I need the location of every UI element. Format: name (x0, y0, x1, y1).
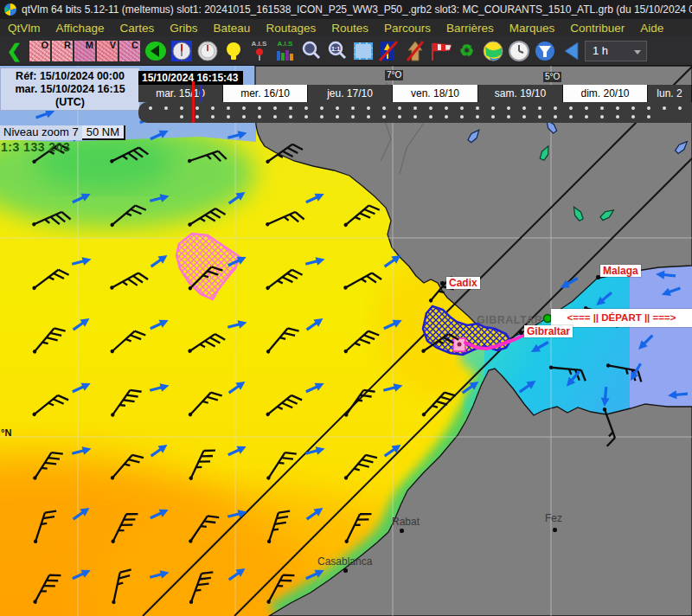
compass-gray-button[interactable] (195, 39, 219, 63)
time-step-dropdown[interactable]: 1 h (585, 41, 647, 61)
timeline-slider[interactable] (138, 102, 692, 123)
menu-cartes[interactable]: Cartes (112, 22, 163, 35)
chart-button-r[interactable]: R (52, 41, 73, 61)
grib-reload-button[interactable]: ♻ (455, 39, 478, 63)
slider-dot (211, 106, 215, 110)
menu-bar: QtVlmAffichageCartesGribsBateauRoutagesR… (0, 19, 692, 36)
menu-barrieres[interactable]: Barrières (439, 22, 502, 35)
night-mode-button[interactable] (221, 39, 245, 63)
menu-gribs[interactable]: Gribs (162, 22, 205, 35)
city-dot-gibraltar (519, 330, 523, 335)
slider-dot (491, 115, 495, 119)
slider-dot (398, 106, 401, 110)
map-canvas[interactable] (0, 66, 692, 616)
slider-dot (647, 115, 650, 119)
ref-date: Réf: 15/10/2024 00:00 (1, 70, 139, 83)
slider-dot (180, 115, 183, 119)
depart-banner[interactable]: <=== || DÉPART || ===> (551, 309, 692, 327)
slider-dot (227, 106, 230, 110)
menu-marques[interactable]: Marques (502, 22, 563, 35)
slider-dot (367, 106, 370, 110)
windsock-icon (429, 40, 453, 62)
slider-dot (647, 106, 650, 110)
menu-parcours[interactable]: Parcours (376, 22, 439, 35)
magnifier-icon (300, 40, 323, 62)
zoom-one-to-one-button[interactable]: 1:1 (325, 39, 349, 63)
slider-dot (476, 106, 479, 110)
chart-button-v[interactable]: V (97, 41, 118, 61)
latitude-label: °N (1, 427, 11, 438)
wind-display-button[interactable] (429, 39, 452, 63)
timeline-day-sam-19-10[interactable]: sam. 19/10 (478, 85, 563, 102)
current-date: mar. 15/10/2024 16:15 (1, 83, 139, 96)
zoom-button[interactable] (299, 39, 323, 63)
grib-display-button[interactable] (481, 39, 504, 63)
menu-affichage[interactable]: Affichage (48, 22, 112, 35)
chart-button-c[interactable]: C (119, 41, 140, 61)
chart-button-o[interactable]: O (29, 41, 50, 61)
longitude-label: 5°O (543, 72, 561, 82)
chart-letter: V (110, 40, 116, 50)
compass-blue-icon (170, 40, 193, 62)
ais-targets-button[interactable]: A.I.S (247, 39, 271, 63)
back-arrow-icon: ❮ (7, 41, 22, 61)
chart-letter: R (64, 40, 71, 50)
town-label-rabat: Rabat (392, 516, 420, 528)
toolbar: ❮ ORMVC A.I.S A.I.S 1:1 ♻ (0, 36, 692, 66)
slider-dot (382, 106, 386, 110)
timeline-day-jeu-17-10[interactable]: jeu. 17/10 (308, 85, 393, 102)
slider-dot (413, 115, 417, 119)
time-cursor[interactable] (192, 81, 195, 123)
timeline-timestamp: 15/10/2024 16:15:43 (138, 71, 243, 86)
timeline-day-mar-15-10[interactable]: mar. 15/10 (138, 85, 223, 102)
chart-button-m[interactable]: M (74, 41, 95, 61)
city-label-malaga[interactable]: Malaga (600, 265, 641, 277)
ais-list-button[interactable]: A.I.S (273, 39, 297, 63)
zoom-selection-button[interactable] (351, 39, 375, 63)
ais-label: A.I.S (252, 41, 267, 48)
slider-dot (211, 115, 215, 119)
animate-back-button[interactable] (559, 39, 582, 63)
grib-filter-button[interactable] (533, 39, 556, 63)
menu-qtvlm[interactable]: QtVlm (0, 22, 48, 35)
slider-dot (585, 106, 588, 110)
city-label-cadix[interactable]: Cadix (446, 277, 480, 289)
grib-boundary-area (630, 266, 692, 414)
timeline-day-mer-16-10[interactable]: mer. 16/10 (223, 85, 308, 102)
slider-dot (289, 106, 292, 110)
menu-aide[interactable]: Aide (632, 22, 671, 35)
town-dot-rabat (400, 529, 404, 533)
menu-contribuer[interactable]: Contribuer (562, 22, 632, 35)
menu-bateau[interactable]: Bateau (206, 22, 259, 35)
reference-time-box: Réf: 15/10/2024 00:00 mar. 15/10/2024 16… (0, 67, 140, 111)
slider-dot (242, 115, 246, 119)
city-label-gibraltar[interactable]: Gibraltar (524, 325, 573, 337)
slider-dot (398, 115, 401, 119)
hide-arrows-button[interactable] (403, 39, 426, 63)
slider-dot (227, 115, 230, 119)
zoom-level-indicator: Niveau zoom 7 50 NM (0, 125, 125, 140)
timeline-day-dim-20-10[interactable]: dim. 20/10 (563, 85, 648, 102)
slider-dot (569, 115, 573, 119)
chart-buttons-group: ORMVC (29, 41, 141, 61)
selection-rect-icon (354, 42, 373, 60)
slider-dot (382, 115, 386, 119)
slider-dot (616, 115, 619, 119)
compass-gray-icon (196, 40, 219, 62)
timeline-day-lun-2[interactable]: lun. 2 (648, 85, 692, 102)
map-area[interactable]: Réf: 15/10/2024 00:00 mar. 15/10/2024 16… (0, 66, 692, 616)
hide-buoys-button[interactable] (377, 39, 400, 63)
scale-bar: 50 NM (82, 125, 125, 140)
city-dot-cadix (440, 281, 445, 286)
slider-dot (538, 115, 541, 119)
timeline-day-ven-18-10[interactable]: ven. 18/10 (393, 85, 478, 102)
menu-routes[interactable]: Routes (324, 22, 376, 35)
compass-rose-button[interactable] (144, 39, 167, 63)
back-button[interactable]: ❮ (3, 39, 26, 63)
menu-routages[interactable]: Routages (258, 22, 324, 35)
grib-time-button[interactable] (507, 39, 530, 63)
slider-dot (429, 115, 432, 119)
instrument-compass-button[interactable] (170, 39, 193, 63)
bar-chart-icon (276, 48, 295, 61)
chevron-down-icon (634, 50, 641, 55)
